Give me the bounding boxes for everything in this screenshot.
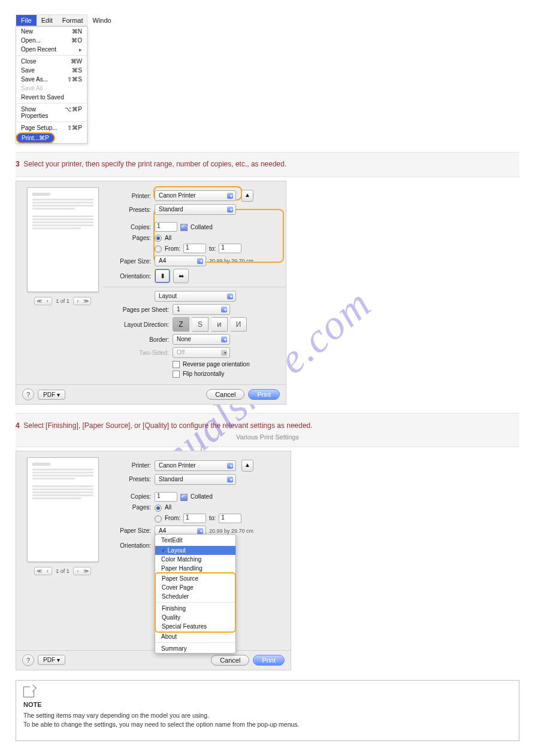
drop-highlight: Paper Source Cover Page Scheduler Finish… <box>155 572 236 633</box>
pages-from-radio[interactable] <box>155 245 162 253</box>
menubar-edit[interactable]: Edit <box>37 15 58 26</box>
dialog-footer-1: ? PDF ▾ Cancel Print <box>16 384 286 404</box>
menuitem-new[interactable]: New⌘N <box>16 27 87 36</box>
flip-checkbox[interactable] <box>173 371 180 378</box>
collated-label: Collated <box>191 224 213 230</box>
pager-status-2: 1 of 1 <box>56 568 69 574</box>
papersize-dimensions: 20.99 by 29.70 cm <box>209 258 253 264</box>
layoutdir-1[interactable]: Z <box>173 317 189 332</box>
papersize-select[interactable]: A4 <box>155 256 206 266</box>
pages-all-radio[interactable] <box>155 235 162 242</box>
step3-band: 3 Select your printer, then specify the … <box>16 152 519 177</box>
section-dropdown: TextEdit Layout Color Matching Paper Han… <box>155 534 236 654</box>
layoutdir-3[interactable]: ᴎ <box>211 317 228 332</box>
menu-screenshot: File Edit Format Windo New⌘N Open...⌘O O… <box>16 14 519 144</box>
pages-all-label-2: All <box>165 504 171 511</box>
cancel-button[interactable]: Cancel <box>206 389 244 400</box>
border-label: Border: <box>109 336 169 343</box>
pages-to-label-2: to: <box>209 515 216 521</box>
pdf-button-2[interactable]: PDF ▾ <box>38 655 65 665</box>
print-form-2: Printer: Canon Printer ▲ Presets: Standa… <box>109 457 285 645</box>
collated-checkbox[interactable] <box>180 224 188 231</box>
printer-select-2[interactable]: Canon Printer <box>155 460 236 471</box>
note-box: NOTE The setting items may vary dependin… <box>16 680 519 741</box>
layoutdir-group: Z S ᴎ И <box>173 317 247 332</box>
pages-to-input-2[interactable]: 1 <box>219 514 241 523</box>
section-select[interactable]: Layout <box>155 291 236 302</box>
printer-info-button[interactable]: ▲ <box>241 190 253 202</box>
printer-select[interactable]: Canon Printer <box>155 190 236 201</box>
drop-paper-source[interactable]: Paper Source <box>156 574 235 583</box>
drop-cover-page[interactable]: Cover Page <box>156 583 235 592</box>
reverse-label: Reverse page orientation <box>183 361 250 368</box>
drop-color-matching[interactable]: Color Matching <box>155 555 235 564</box>
copies-input[interactable]: 1 <box>155 222 177 232</box>
papersize-dimensions-2: 20.99 by 29.70 cm <box>209 528 253 534</box>
drop-special-features[interactable]: Special Features <box>156 622 235 631</box>
collated-checkbox-2[interactable] <box>180 494 188 501</box>
file-menu-dropdown: New⌘N Open...⌘O Open Recent Close⌘W Save… <box>16 26 87 144</box>
pps-select[interactable]: 1 <box>173 304 230 315</box>
orientation-portrait[interactable]: ⬍ <box>155 269 170 283</box>
pps-label: Pages per Sheet: <box>109 306 169 313</box>
menuitem-revert[interactable]: Revert to Saved <box>16 93 87 102</box>
reverse-checkbox[interactable] <box>173 361 180 368</box>
presets-label: Presets: <box>109 207 151 213</box>
presets-select[interactable]: Standard <box>155 204 236 215</box>
menuitem-show-properties[interactable]: Show Properties⌥⌘P <box>16 105 87 120</box>
twosided-label: Two-Sided: <box>109 350 169 356</box>
menuitem-open[interactable]: Open...⌘O <box>16 36 87 45</box>
drop-about[interactable]: About <box>155 632 235 641</box>
pager-last-2[interactable]: ›≫ <box>73 567 91 575</box>
layoutdir-4[interactable]: И <box>231 317 247 332</box>
drop-finishing[interactable]: Finishing <box>156 604 235 613</box>
drop-paper-handling[interactable]: Paper Handling <box>155 564 235 573</box>
cancel-button-2[interactable]: Cancel <box>211 655 249 666</box>
printer-info-button-2[interactable]: ▲ <box>241 460 253 472</box>
pages-from-input[interactable]: 1 <box>183 244 206 253</box>
pages-to-label: to: <box>209 245 216 252</box>
drop-scheduler[interactable]: Scheduler <box>156 592 235 601</box>
pages-from-label-2: From: <box>165 515 180 521</box>
menubar-window[interactable]: Windo <box>88 15 116 26</box>
menuitem-open-recent[interactable]: Open Recent <box>16 45 87 54</box>
pager-first-2[interactable]: ≪‹ <box>34 567 52 575</box>
step4-link[interactable]: Various Print Settings <box>16 433 519 441</box>
orientation-landscape[interactable]: ⬌ <box>173 269 189 283</box>
pages-from-radio-2[interactable] <box>155 515 162 523</box>
pager-last[interactable]: ›≫ <box>73 297 91 305</box>
drop-quality[interactable]: Quality <box>156 613 235 622</box>
drop-layout[interactable]: Layout <box>155 546 235 555</box>
print-preview-2: ≪‹ 1 of 1 ›≫ <box>22 457 103 645</box>
copies-input-2[interactable]: 1 <box>155 492 177 502</box>
pages-label-2: Pages: <box>109 504 151 511</box>
note-title: NOTE <box>23 701 512 708</box>
print-button[interactable]: Print <box>248 389 280 400</box>
help-button[interactable]: ? <box>22 388 34 400</box>
preview-pager-1: ≪‹ 1 of 1 ›≫ <box>22 297 103 305</box>
pager-status: 1 of 1 <box>56 298 69 304</box>
menuitem-close[interactable]: Close⌘W <box>16 57 87 66</box>
menuitem-print[interactable]: Print...⌘P <box>16 132 87 143</box>
pdf-button[interactable]: PDF ▾ <box>38 390 65 400</box>
pager-first[interactable]: ≪‹ <box>34 297 52 305</box>
menuitem-save[interactable]: Save⌘S <box>16 66 87 75</box>
drop-summary[interactable]: Summary <box>155 644 235 653</box>
border-select[interactable]: None <box>173 334 230 345</box>
presets-select-2[interactable]: Standard <box>155 474 236 485</box>
menuitem-save-as[interactable]: Save As...⇧⌘S <box>16 75 87 84</box>
drop-textedit[interactable]: TextEdit <box>155 536 235 545</box>
menubar-format[interactable]: Format <box>58 15 88 26</box>
menuitem-page-setup[interactable]: Page Setup...⇧⌘P <box>16 123 87 132</box>
help-button-2[interactable]: ? <box>22 654 34 666</box>
menubar-file[interactable]: File <box>16 15 37 26</box>
print-button-2[interactable]: Print <box>253 655 285 666</box>
note-line-2: To be able to change the settings, you m… <box>23 721 512 728</box>
pages-to-input[interactable]: 1 <box>219 244 241 253</box>
step4-band: 4 Select [Finishing], [Paper Source], or… <box>16 413 519 447</box>
pages-all-radio-2[interactable] <box>155 505 162 512</box>
pages-from-input-2[interactable]: 1 <box>183 514 206 523</box>
presets-label-2: Presets: <box>109 476 151 482</box>
layoutdir-2[interactable]: S <box>192 317 208 332</box>
pages-all-label: All <box>165 235 171 241</box>
